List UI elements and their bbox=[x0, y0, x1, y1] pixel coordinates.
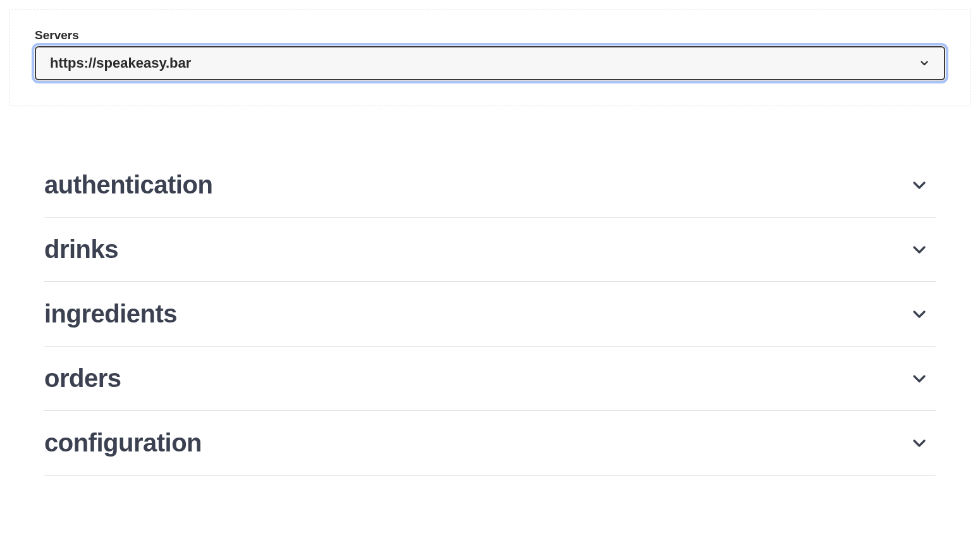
section-title: authentication bbox=[44, 171, 212, 199]
chevron-down-icon bbox=[909, 240, 929, 260]
section-title: drinks bbox=[44, 235, 118, 264]
section-title: ingredients bbox=[44, 300, 177, 328]
servers-panel: Servers https://speakeasy.bar bbox=[9, 9, 971, 106]
section-orders[interactable]: orders bbox=[44, 347, 936, 411]
servers-select[interactable]: https://speakeasy.bar bbox=[35, 46, 945, 80]
section-drinks[interactable]: drinks bbox=[44, 218, 936, 282]
sections-list: authentication drinks ingredients orders… bbox=[0, 115, 980, 476]
section-configuration[interactable]: configuration bbox=[44, 411, 936, 476]
chevron-down-icon bbox=[909, 175, 929, 195]
chevron-down-icon bbox=[909, 369, 929, 389]
section-title: orders bbox=[44, 364, 121, 393]
section-ingredients[interactable]: ingredients bbox=[44, 282, 936, 347]
chevron-down-icon bbox=[909, 304, 929, 324]
servers-selected-value: https://speakeasy.bar bbox=[50, 55, 191, 71]
servers-label: Servers bbox=[35, 28, 945, 42]
chevron-down-icon bbox=[909, 433, 929, 453]
chevron-down-icon bbox=[919, 58, 930, 69]
section-title: configuration bbox=[44, 429, 202, 457]
section-authentication[interactable]: authentication bbox=[44, 153, 936, 218]
